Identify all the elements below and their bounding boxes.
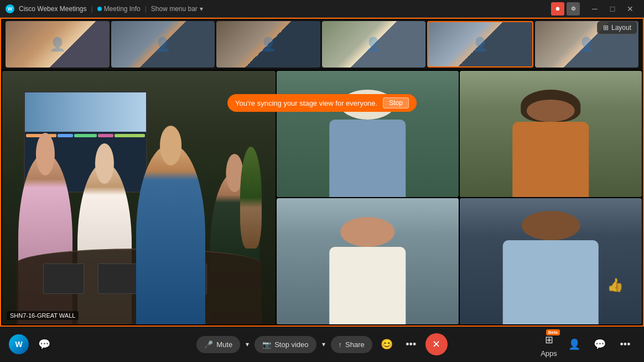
more-options-button[interactable]: ••• — [615, 334, 635, 354]
end-call-button[interactable]: ✕ — [425, 333, 448, 355]
messages-button[interactable]: 💬 — [590, 334, 610, 354]
camera-icon: 📷 — [262, 340, 271, 349]
beta-badge: Beta — [546, 329, 560, 335]
microphone-icon: 🎤 — [204, 340, 213, 349]
thumb-person-4: 👤 — [322, 21, 426, 68]
separator-2: | — [145, 5, 147, 13]
toolbar-right-controls: Beta ⊞ Apps 👤 💬 ••• — [539, 332, 635, 358]
share-icon: ↑ — [339, 340, 342, 349]
apps-button[interactable]: Beta ⊞ Apps — [539, 332, 559, 358]
chat-btn[interactable]: 💬 — [34, 334, 54, 354]
stage-area: 👤 👤 👤 👤 👤 👤 You're syncing your stage vi… — [0, 18, 644, 327]
sync-stop-button[interactable]: Stop — [383, 97, 409, 108]
sync-message: You're syncing your stage view for every… — [235, 99, 377, 107]
meeting-dot-icon — [97, 7, 102, 11]
mute-chevron[interactable]: ▾ — [245, 340, 250, 348]
record-btn[interactable]: ⏺ — [551, 2, 564, 15]
toolbar-left-icons: W 💬 — [9, 334, 54, 354]
share-button[interactable]: ↑ Share — [331, 336, 372, 353]
toolbar: W 💬 🎤 Mute ▾ 📷 Stop video ▾ ↑ Share 😊 ••… — [0, 327, 644, 362]
thumbnail-5[interactable]: 👤 — [427, 21, 533, 68]
thumb-person-5: 👤 — [428, 22, 532, 66]
thumb-person-3: 👤 — [216, 21, 320, 68]
titlebar-controls: ⏺ ⚙ ─ □ ✕ — [551, 2, 638, 15]
webex-icon-btn[interactable]: W — [9, 334, 29, 354]
apps-label: Apps — [541, 349, 557, 358]
emoji-button[interactable]: 😊 — [377, 334, 397, 354]
app-name: Cisco Webex Meetings — [19, 5, 87, 13]
thumb-person-2: 👤 — [111, 21, 215, 68]
thumbnail-1[interactable]: 👤 — [6, 21, 110, 68]
meeting-info-btn[interactable]: Meeting Info — [97, 5, 141, 13]
webex-logo: W — [6, 4, 14, 13]
more-button[interactable]: ••• — [401, 334, 421, 354]
video-cell-curly-woman: ☆ — [460, 71, 642, 197]
window-controls: ─ □ ✕ — [586, 2, 638, 15]
participants-button[interactable]: 👤 — [564, 334, 584, 354]
video-cell-thumbs-man: ☆ 👍 — [460, 198, 642, 324]
end-call-icon: ✕ — [432, 338, 440, 350]
maximize-btn[interactable]: □ — [604, 2, 621, 15]
mute-button[interactable]: 🎤 Mute — [196, 336, 240, 353]
thumbnail-strip: 👤 👤 👤 👤 👤 👤 — [1, 19, 643, 70]
layout-button[interactable]: ⊞ Layout — [597, 21, 637, 34]
stop-video-button[interactable]: 📷 Stop video — [255, 336, 316, 353]
settings-btn[interactable]: ⚙ — [567, 2, 580, 15]
thumbnail-2[interactable]: 👤 — [111, 21, 215, 68]
video-label-main: SHN7-16-GREAT WALL — [7, 311, 79, 320]
chevron-down-icon: ▾ — [200, 5, 203, 13]
thumbnail-4[interactable]: 👤 — [322, 21, 426, 68]
video-cell-elder-man: ☆ — [277, 71, 459, 197]
titlebar-left: W Cisco Webex Meetings | Meeting Info | … — [6, 4, 551, 13]
thumbnail-3[interactable]: 👤 — [216, 21, 320, 68]
layout-icon: ⊞ — [603, 24, 609, 32]
close-btn[interactable]: ✕ — [622, 2, 638, 15]
titlebar: W Cisco Webex Meetings | Meeting Info | … — [0, 0, 644, 18]
thumb-person-1: 👤 — [6, 21, 110, 68]
show-menu-bar-btn[interactable]: Show menu bar ▾ — [151, 5, 203, 13]
separator-1: | — [91, 5, 93, 13]
video-chevron[interactable]: ▾ — [321, 340, 326, 348]
ellipsis-icon: ••• — [406, 339, 416, 350]
video-cell-smiling-woman: ☆ — [277, 198, 459, 324]
sync-banner: You're syncing your stage view for every… — [227, 94, 417, 112]
minimize-btn[interactable]: ─ — [586, 2, 603, 15]
